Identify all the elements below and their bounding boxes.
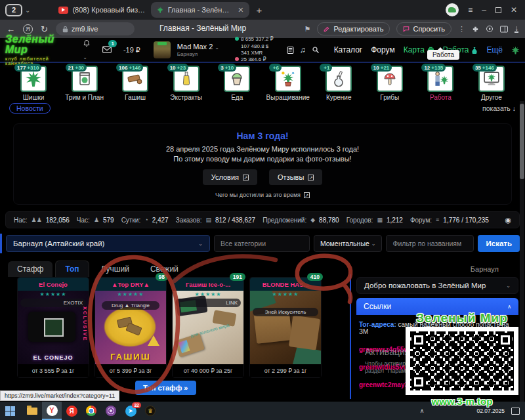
reviews-button[interactable]: Отзывы↗: [269, 169, 322, 185]
review-count-badge: 191: [230, 273, 245, 281]
achievements-link[interactable]: Чего мы достигли за это время↗: [215, 192, 310, 198]
yandex-browser-button[interactable]: Y: [42, 402, 62, 420]
tab-group-count-badge[interactable]: 2: [5, 4, 22, 16]
file-explorer-button[interactable]: [22, 402, 42, 420]
page-title: Главная - Зелёный Мир: [159, 24, 246, 33]
product-image[interactable]: ★★★★★ Зней Искуситель: [250, 291, 321, 364]
reload-icon[interactable]: ↻: [41, 24, 48, 34]
news-panel: Нам 3 года! 28 апреля 2025 года Зелёному…: [13, 123, 512, 205]
wallet-balance[interactable]: -19 ₽: [123, 46, 140, 54]
rating-stars: ★★★★★: [18, 291, 89, 297]
messages-button[interactable]: 1: [102, 44, 112, 56]
browser-menu-icon[interactable]: ≡: [468, 5, 472, 14]
product-card[interactable]: 410 BLONDE HAS... ★★★★★ Зней Искуситель …: [249, 277, 322, 378]
tab-top[interactable]: Топ: [55, 261, 89, 277]
product-title[interactable]: El Conejo: [18, 278, 89, 291]
category-extracts[interactable]: 10+23 Экстракты: [162, 66, 211, 101]
user-menu[interactable]: Mad Max 2 ⌄ Барнаул: [177, 43, 219, 57]
product-tag: Зней Искуситель: [253, 308, 318, 316]
new-tab-button[interactable]: +: [256, 5, 262, 16]
start-button[interactable]: [0, 402, 20, 420]
nav-more[interactable]: Ещё: [486, 45, 503, 54]
news-section-badge[interactable]: Новости: [9, 103, 51, 114]
chrome-button[interactable]: [81, 402, 101, 420]
close-tab-icon[interactable]: ✕: [238, 6, 243, 14]
treasury-stats: 8 655 337.2 ₽ 107 480.8 $ 341 XMR 25 384…: [235, 36, 274, 64]
tray-expand-icon[interactable]: ∧: [420, 408, 425, 414]
exchange-kiosk-icon[interactable]: [287, 46, 294, 54]
browser-tab-active[interactable]: Главная - Зелёный Ми ✕: [151, 2, 249, 18]
music-icon[interactable]: ♫: [300, 45, 306, 54]
logo-title: Зелёный Мир: [5, 34, 69, 55]
telegram-button[interactable]: ➤32: [121, 402, 140, 420]
restore-icon[interactable]: [495, 7, 501, 13]
category-growing[interactable]: +6 Выращивание: [264, 66, 312, 101]
url-field[interactable]: zm9.live: [56, 22, 135, 35]
product-title[interactable]: ▲Top DRY▲: [95, 278, 166, 291]
downloads-icon[interactable]: ↓: [514, 25, 518, 33]
category-trim[interactable]: 21+30 Трим и План: [60, 66, 109, 101]
user-avatar[interactable]: [154, 41, 171, 58]
pencil-icon: [324, 26, 330, 32]
mushroom-icon: [382, 71, 398, 87]
category-shishki[interactable]: 177+310 Шишки: [9, 66, 58, 101]
category-smoking[interactable]: +1 Курение: [314, 66, 363, 101]
category-food[interactable]: 3+10 Еда: [213, 66, 261, 101]
clock-date[interactable]: 02.07.2025: [476, 408, 505, 414]
product-photo: [28, 312, 75, 342]
search-icon[interactable]: [312, 46, 320, 54]
product-price: от 2 299 ₽ за 1г: [250, 364, 321, 377]
name-filter-input[interactable]: Фильтр по названиям: [386, 235, 474, 252]
extensions-icon[interactable]: [472, 26, 479, 33]
browser-tab-youtube[interactable]: (808) Кровавый бизнес. К: [52, 2, 151, 18]
money-bag-icon: [471, 47, 478, 54]
terms-button[interactable]: Условия↗: [203, 169, 257, 185]
search-button[interactable]: Искать: [478, 235, 520, 252]
yandex-services-icon[interactable]: Я: [23, 24, 33, 34]
yandex-app-button[interactable]: Я: [62, 402, 81, 420]
tor-button[interactable]: [101, 402, 121, 420]
back-icon[interactable]: ←: [7, 24, 15, 34]
tab-staff[interactable]: Стафф: [8, 261, 52, 277]
media-icon[interactable]: [486, 25, 494, 33]
stats-bar: Нас:♟♟182,056 Час:♟579 Сутки:◔2,427 Зака…: [5, 211, 520, 228]
show-more-link[interactable]: показать ↓: [482, 104, 516, 112]
status-bar-link: https://zm9.live/market/index?category=1…: [0, 390, 119, 401]
category-mushrooms[interactable]: 10+21 Грибы: [366, 66, 414, 101]
more-options-icon[interactable]: ⋮: [458, 25, 465, 33]
category-work[interactable]: 12+135 Работа: [416, 66, 465, 101]
nav-catalog[interactable]: Каталог: [334, 45, 363, 54]
bookmark-icon[interactable]: ⚑: [304, 25, 311, 33]
category-other[interactable]: 35+146 Другое: [467, 66, 516, 101]
scrollbar-thumb[interactable]: [520, 104, 524, 179]
close-window-icon[interactable]: ✕: [511, 5, 517, 14]
filter-bar: Барнаул (Алтайский край) ⌄ Все категории…: [0, 234, 525, 253]
type-select[interactable]: Моментальные ⌄: [314, 235, 383, 252]
profile-avatar[interactable]: [446, 3, 459, 16]
tab-best[interactable]: Лучший: [92, 261, 138, 277]
app-button[interactable]: ♛: [140, 402, 160, 420]
chevron-down-icon[interactable]: ⌄: [25, 7, 30, 14]
product-image[interactable]: ★★★★★ LINK для зеленого мира: [173, 291, 243, 364]
edit-button[interactable]: Редактировать: [317, 22, 390, 35]
notifications-bell[interactable]: ⌄: [83, 38, 96, 62]
screen: 2 ⌄ (808) Кровавый бизнес. К Главная - З…: [0, 0, 525, 420]
minimize-icon[interactable]: –: [482, 5, 486, 14]
sidebar-panel-icon[interactable]: [500, 26, 508, 33]
category-hash[interactable]: 106+146 Гашиш: [111, 66, 159, 101]
yandex-browser-icon: Y: [47, 405, 58, 416]
welcome-panel[interactable]: Добро пожаловать в Зелёный Мир ⌄: [356, 277, 518, 294]
city-select[interactable]: Барнаул (Алтайский край) ⌄: [6, 235, 210, 252]
product-card[interactable]: 98 ▲Top DRY▲ ★★★★★ Drug ▲ Triangle ГАШИШ…: [94, 277, 167, 378]
site-logo[interactable]: Зелёный Мир клуб любителей каннабиса: [5, 34, 69, 66]
product-image[interactable]: ★★★★★ EXOTIX XCLUSIVE EL CONEJO: [18, 291, 89, 364]
image-caption: ГАШИШ: [95, 352, 166, 362]
nav-forum[interactable]: Форум: [371, 45, 394, 54]
product-image[interactable]: ★★★★★ Drug ▲ Triangle ГАШИШ: [95, 291, 166, 364]
product-card[interactable]: 191 Гашиш Ice-o-... ★★★★★ LINK для зелен…: [172, 277, 244, 378]
action-center-icon[interactable]: [511, 408, 520, 415]
category-filter-input[interactable]: Все категории: [214, 235, 310, 252]
product-card[interactable]: El Conejo ★★★★★ EXOTIX XCLUSIVE EL CONEJ…: [17, 277, 89, 378]
ask-button[interactable]: Спросить: [396, 22, 452, 35]
top-staff-button[interactable]: Топ стафф »: [135, 381, 196, 395]
